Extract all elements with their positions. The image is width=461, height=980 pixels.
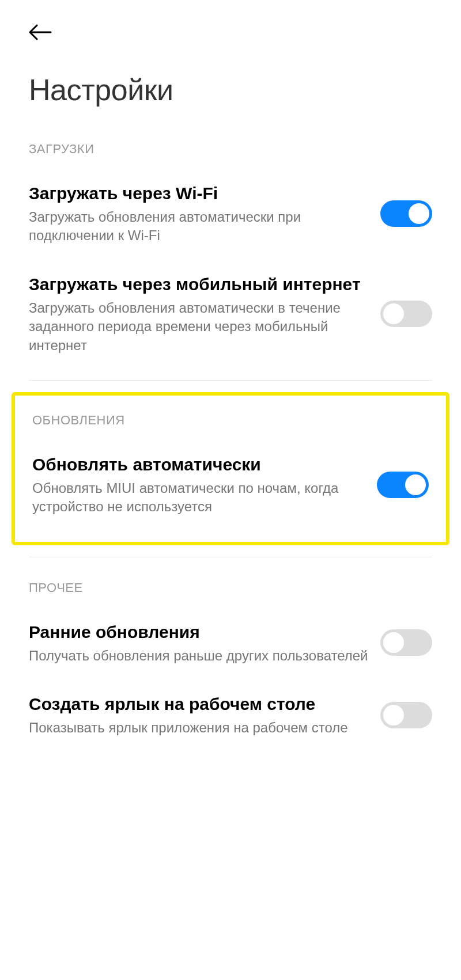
setting-desc: Загружать обновления автоматически при п…: [29, 208, 369, 245]
settings-screen: Настройки ЗАГРУЗКИ Загружать через Wi-Fi…: [0, 0, 461, 751]
setting-mobile-download[interactable]: Загружать через мобильный интернет Загру…: [0, 259, 461, 369]
toggle-auto-update[interactable]: [377, 472, 429, 498]
setting-title: Загружать через Wi-Fi: [29, 182, 369, 204]
section-header-other: ПРОЧЕЕ: [0, 557, 461, 607]
setting-text: Создать ярлык на рабочем столе Показыват…: [29, 693, 369, 737]
setting-text: Загружать через Wi-Fi Загружать обновлен…: [29, 182, 369, 245]
toggle-desktop-shortcut[interactable]: [380, 702, 432, 728]
toggle-knob: [383, 303, 404, 324]
setting-title: Ранние обновления: [29, 621, 369, 643]
section-header-updates: ОБНОВЛЕНИЯ: [15, 396, 446, 439]
toggle-knob: [409, 203, 429, 224]
toggle-early-updates[interactable]: [380, 629, 432, 656]
setting-title: Загружать через мобильный интернет: [29, 273, 369, 295]
divider: [29, 380, 432, 381]
setting-auto-update[interactable]: Обновлять автоматически Обновлять MIUI а…: [15, 439, 446, 530]
toggle-knob: [383, 632, 404, 653]
toggle-knob: [405, 474, 426, 495]
toggle-wifi-download[interactable]: [380, 200, 432, 227]
setting-desc: Показывать ярлык приложения на рабочем с…: [29, 719, 369, 737]
toggle-knob: [383, 705, 404, 725]
setting-desc: Получать обновления раньше других пользо…: [29, 647, 369, 665]
setting-desc: Обновлять MIUI автоматически по ночам, к…: [32, 479, 365, 516]
setting-early-updates[interactable]: Ранние обновления Получать обновления ра…: [0, 607, 461, 679]
page-title: Настройки: [29, 73, 432, 107]
setting-wifi-download[interactable]: Загружать через Wi-Fi Загружать обновлен…: [0, 168, 461, 259]
highlight-updates-section: ОБНОВЛЕНИЯ Обновлять автоматически Обнов…: [12, 392, 449, 545]
back-arrow-icon[interactable]: [29, 23, 52, 44]
setting-text: Ранние обновления Получать обновления ра…: [29, 621, 369, 665]
header: Настройки: [0, 0, 461, 119]
setting-desktop-shortcut[interactable]: Создать ярлык на рабочем столе Показыват…: [0, 679, 461, 751]
setting-title: Создать ярлык на рабочем столе: [29, 693, 369, 715]
section-header-downloads: ЗАГРУЗКИ: [0, 119, 461, 168]
toggle-mobile-download[interactable]: [380, 301, 432, 327]
setting-text: Обновлять автоматически Обновлять MIUI а…: [32, 453, 365, 516]
setting-text: Загружать через мобильный интернет Загру…: [29, 273, 369, 355]
setting-title: Обновлять автоматически: [32, 453, 365, 476]
setting-desc: Загружать обновления автоматически в теч…: [29, 299, 369, 355]
